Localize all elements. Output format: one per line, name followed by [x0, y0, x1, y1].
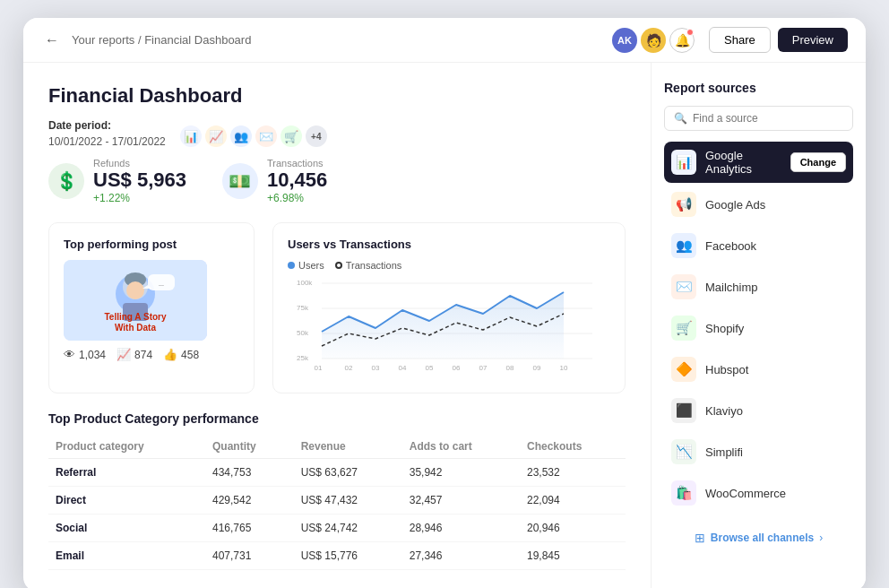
- breadcrumb: Your reports / Financial Dashboard: [72, 33, 603, 47]
- users-chart-card: Users vs Transactions Users Transactions: [272, 222, 626, 393]
- legend-transactions: Transactions: [335, 260, 402, 271]
- table-cell: 407,731: [205, 542, 294, 570]
- post-text-container: Telling A Story With Data: [64, 312, 207, 333]
- sidebar-item-source[interactable]: 📉Simplifi: [664, 432, 853, 471]
- content-area: Financial Dashboard Date period: 10/01/2…: [23, 63, 651, 588]
- avatar-ak: AK: [612, 28, 637, 53]
- notif-dot: [686, 29, 694, 36]
- topbar: ← Your reports / Financial Dashboard AK …: [23, 18, 866, 63]
- source-logo: 👥: [671, 233, 696, 258]
- svg-text:10: 10: [560, 364, 568, 372]
- avatar-group: AK 🧑 🔔: [612, 28, 695, 53]
- refunds-value: US$ 5,963: [93, 169, 186, 192]
- table-cell: 429,542: [205, 487, 294, 514]
- table-cell: 28,946: [402, 514, 520, 542]
- table-cell: US$ 15,776: [294, 542, 402, 570]
- share-button[interactable]: Share: [709, 27, 771, 53]
- transactions-value: 10,456: [267, 169, 327, 192]
- svg-text:50k: 50k: [297, 329, 309, 337]
- source-name: Shopify: [705, 322, 846, 335]
- post-views: 👁 1,034: [64, 348, 106, 361]
- date-period-value: 10/01/2022 - 17/01/2022: [48, 135, 166, 148]
- sidebar-item-source[interactable]: ⬛Klaviyo: [664, 391, 853, 430]
- kpi-refunds-info: Refunds US$ 5,963 +1.22%: [93, 158, 186, 204]
- svg-text:02: 02: [345, 364, 353, 372]
- svg-text:07: 07: [479, 364, 488, 372]
- source-logo: ⬛: [671, 398, 696, 423]
- refunds-change: +1.22%: [93, 192, 186, 204]
- source-icon-gads[interactable]: 📈: [205, 125, 227, 147]
- source-logo: 📢: [671, 192, 696, 217]
- charts-row: Top performing post: [48, 222, 626, 393]
- svg-text:06: 06: [453, 364, 461, 372]
- col-adds-to-cart: Adds to cart: [402, 435, 520, 459]
- table-row: Direct429,542US$ 47,43232,45722,094: [48, 487, 626, 514]
- post-metrics: 👁 1,034 📈 874 👍 458: [64, 348, 239, 361]
- table-cell: 416,765: [205, 514, 294, 542]
- col-revenue: Revenue: [294, 435, 402, 459]
- source-icon-shopify[interactable]: 🛒: [281, 125, 302, 147]
- table-row: Referral434,753US$ 63,62735,94223,532: [48, 459, 626, 487]
- legend-dot-transactions: [335, 262, 342, 269]
- source-name: Klaviyo: [705, 404, 846, 418]
- table-head: Product category Quantity Revenue Adds t…: [48, 435, 626, 459]
- source-name: WooCommerce: [705, 487, 846, 500]
- source-logo: 🛒: [671, 316, 696, 341]
- top-post-image: ... Telling A Story With Data: [64, 260, 207, 341]
- source-logo: 📉: [671, 439, 696, 464]
- line-chart-svg: 100k 75k 50k 25k: [288, 276, 610, 375]
- browse-all-channels[interactable]: ⊞ Browse all channels ›: [664, 523, 853, 552]
- browse-all-text: Browse all channels: [711, 532, 814, 544]
- sidebar-item-source[interactable]: 📊Google AnalyticsChange: [664, 142, 853, 183]
- kpi-row: 💲 Refunds US$ 5,963 +1.22% 💵 Transaction…: [48, 158, 626, 204]
- views-icon: 👁: [64, 348, 75, 361]
- source-logo: 🔶: [671, 357, 696, 382]
- source-name: Mailchimp: [705, 281, 846, 294]
- table-row: Social416,765US$ 24,74228,94620,946: [48, 514, 626, 542]
- sidebar-title: Report sources: [664, 81, 853, 95]
- table-cell: Social: [48, 514, 205, 542]
- kpi-refunds: 💲 Refunds US$ 5,963 +1.22%: [48, 158, 186, 204]
- sidebar-item-source[interactable]: 🔶Hubspot: [664, 350, 853, 389]
- browse-all-icon: ⊞: [695, 531, 705, 545]
- refunds-label: Refunds: [93, 158, 186, 169]
- legend-users: Users: [288, 260, 324, 271]
- product-table: Product category Quantity Revenue Adds t…: [48, 435, 626, 570]
- table-cell: Direct: [48, 487, 205, 514]
- source-icon-more[interactable]: +4: [306, 125, 327, 147]
- sidebar-item-source[interactable]: 👥Facebook: [664, 226, 853, 265]
- search-box: 🔍: [664, 106, 853, 131]
- sidebar-item-source[interactable]: 🛍️WooCommerce: [664, 473, 853, 513]
- table-cell: US$ 24,742: [294, 514, 402, 542]
- svg-text:75k: 75k: [297, 304, 309, 312]
- table-cell: 35,942: [402, 459, 520, 487]
- svg-text:09: 09: [533, 364, 541, 372]
- svg-marker-17: [322, 292, 564, 359]
- legend-users-label: Users: [298, 260, 324, 271]
- notification-bell[interactable]: 🔔: [669, 28, 695, 53]
- source-icon-ga[interactable]: 📊: [180, 125, 202, 147]
- table-body: Referral434,753US$ 63,62735,94223,532Dir…: [48, 459, 626, 570]
- table-cell: 27,346: [402, 542, 520, 570]
- table-section: Top Product Category performance Product…: [48, 411, 626, 570]
- sidebar-item-source[interactable]: 📢Google Ads: [664, 185, 853, 224]
- table-cell: 19,845: [520, 542, 626, 570]
- source-icon-mc[interactable]: ✉️: [255, 125, 277, 147]
- sidebar-item-source[interactable]: 🛒Shopify: [664, 308, 853, 348]
- source-name: Hubspot: [705, 363, 846, 376]
- preview-button[interactable]: Preview: [778, 28, 848, 52]
- search-input[interactable]: [693, 112, 843, 125]
- svg-text:100k: 100k: [297, 279, 313, 287]
- kpi-transactions-info: Transactions 10,456 +6.98%: [267, 158, 327, 204]
- change-source-button[interactable]: Change: [790, 152, 846, 172]
- sidebar-item-source[interactable]: ✉️Mailchimp: [664, 267, 853, 307]
- views-value: 1,034: [79, 349, 106, 361]
- likes-value: 458: [181, 349, 199, 361]
- back-button[interactable]: ←: [41, 29, 63, 52]
- col-category: Product category: [48, 435, 205, 459]
- table-cell: 32,457: [402, 487, 520, 514]
- transactions-change: +6.98%: [267, 192, 327, 204]
- table-cell: US$ 47,432: [294, 487, 402, 514]
- source-icon-fb[interactable]: 👥: [230, 125, 252, 147]
- search-icon: 🔍: [674, 112, 687, 125]
